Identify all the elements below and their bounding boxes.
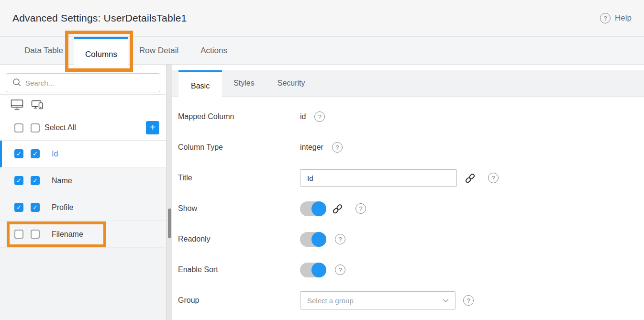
readonly-toggle[interactable] (300, 232, 326, 247)
column-label-filename: Filename (52, 230, 83, 239)
column-label-id: Id (52, 150, 58, 158)
dialog-body: Select All + ✓ ✓ Id ✓ ✓ Name ✓ ✓ Profile… (0, 65, 644, 320)
sidebar-scrollbar-thumb[interactable] (168, 209, 171, 238)
enable-sort-toggle[interactable] (300, 263, 326, 277)
help-icon: ? (600, 13, 611, 23)
show-label: Show (178, 204, 300, 213)
show-row: Show ? (178, 193, 644, 224)
main-tab-bar: Data Table Columns Row Detail Actions (0, 37, 644, 65)
column-row-profile[interactable]: ✓ ✓ Profile (0, 194, 166, 221)
mapped-column-row: Mapped Column id ? (178, 101, 644, 132)
select-all-mobile-checkbox[interactable] (31, 123, 40, 132)
tab-data-table[interactable]: Data Table (13, 37, 74, 64)
filename-mobile-checkbox[interactable] (31, 230, 40, 239)
readonly-help-icon[interactable]: ? (335, 234, 345, 244)
show-bind-link-icon[interactable] (332, 203, 343, 214)
column-row-name[interactable]: ✓ ✓ Name (0, 167, 166, 194)
tab-basic[interactable]: Basic (178, 70, 222, 99)
dialog-header: Advanced Settings: UserDetailsTable1 ? H… (0, 0, 644, 37)
name-mobile-checkbox[interactable]: ✓ (31, 176, 40, 185)
profile-web-checkbox[interactable]: ✓ (14, 203, 23, 212)
select-all-label: Select All (44, 123, 76, 132)
tab-security[interactable]: Security (266, 70, 317, 96)
help-label: Help (615, 13, 632, 23)
column-row-id[interactable]: ✓ ✓ Id (0, 141, 166, 167)
group-label: Group (178, 296, 300, 305)
view-toggle-row (0, 95, 166, 115)
show-help-icon[interactable]: ? (355, 203, 366, 214)
mapped-column-label: Mapped Column (178, 112, 300, 121)
readonly-row: Readonly ? (178, 224, 644, 254)
select-all-row: Select All + (0, 115, 166, 141)
mapped-column-help-icon[interactable]: ? (314, 111, 325, 122)
add-column-button[interactable]: + (146, 121, 159, 134)
tab-styles[interactable]: Styles (222, 70, 266, 96)
group-help-icon[interactable]: ? (463, 295, 474, 306)
column-label-profile: Profile (52, 203, 73, 212)
column-type-row: Column Type integer ? (178, 132, 644, 163)
search-input[interactable] (6, 73, 160, 92)
title-input[interactable] (300, 169, 457, 187)
column-settings-panel: Basic Styles Security Mapped Column id ?… (172, 65, 644, 320)
sidebar-empty-area (0, 248, 166, 320)
show-toggle[interactable] (300, 201, 326, 216)
title-help-icon[interactable]: ? (488, 173, 499, 183)
id-web-checkbox[interactable]: ✓ (14, 149, 23, 158)
name-web-checkbox[interactable]: ✓ (14, 176, 23, 185)
mapped-column-value: id (300, 112, 306, 121)
column-label-name: Name (52, 177, 72, 185)
tab-row-detail[interactable]: Row Detail (128, 37, 189, 64)
tab-columns[interactable]: Columns (74, 37, 128, 70)
page-title: Advanced Settings: UserDetailsTable1 (12, 12, 187, 24)
group-select[interactable]: Select a group (300, 291, 455, 309)
chevron-down-icon (442, 298, 449, 303)
columns-sidebar: Select All + ✓ ✓ Id ✓ ✓ Name ✓ ✓ Profile… (0, 65, 166, 320)
enable-sort-label: Enable Sort (178, 265, 300, 274)
group-select-placeholder: Select a group (307, 297, 354, 305)
select-all-web-checkbox[interactable] (14, 123, 23, 132)
column-type-value: integer (300, 143, 323, 152)
sidebar-scrollbar-track (166, 65, 172, 320)
mobile-devices-icon[interactable] (31, 99, 44, 110)
column-type-label: Column Type (178, 143, 300, 152)
title-label: Title (178, 174, 300, 182)
filename-web-checkbox[interactable] (14, 230, 23, 239)
enable-sort-help-icon[interactable]: ? (335, 265, 345, 275)
profile-mobile-checkbox[interactable]: ✓ (31, 203, 40, 212)
group-row: Group Select a group ? (178, 285, 644, 316)
column-row-filename[interactable]: Filename (0, 221, 166, 248)
search-icon (12, 77, 22, 88)
panel-tab-bar: Basic Styles Security (172, 70, 644, 97)
title-bind-link-icon[interactable] (465, 173, 476, 184)
column-type-help-icon[interactable]: ? (332, 142, 343, 153)
readonly-label: Readonly (178, 235, 300, 243)
id-mobile-checkbox[interactable]: ✓ (31, 149, 40, 158)
tab-actions[interactable]: Actions (189, 37, 238, 64)
enable-sort-row: Enable Sort ? (178, 254, 644, 285)
help-button[interactable]: ? Help (600, 13, 632, 23)
basic-settings-form: Mapped Column id ? Column Type integer ?… (172, 97, 644, 316)
desktop-view-icon[interactable] (11, 99, 23, 110)
title-row: Title ? (178, 163, 644, 193)
